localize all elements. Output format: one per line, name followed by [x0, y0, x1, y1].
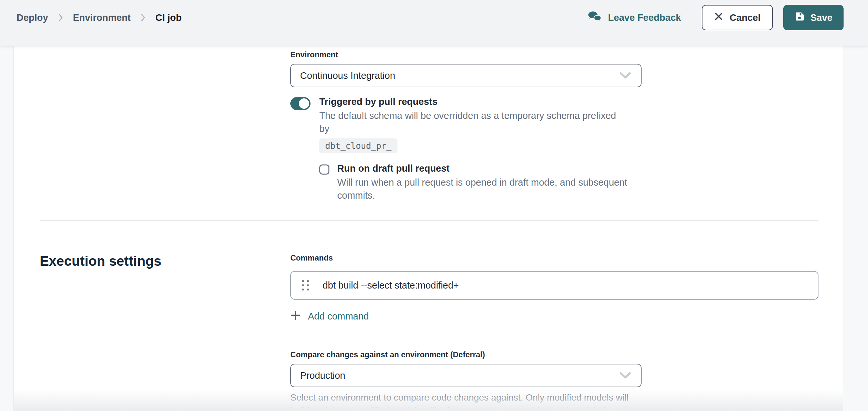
- header-bar: Deploy Environment CI job Leave Feedback…: [0, 0, 868, 45]
- deferral-help-text: Select an environment to compare code ch…: [290, 391, 642, 411]
- cancel-button[interactable]: Cancel: [702, 5, 773, 30]
- deferral-label: Compare changes against an environment (…: [290, 350, 818, 359]
- execution-settings-section: Execution settings Commands dbt build --…: [14, 221, 843, 411]
- draft-pr-content: Run on draft pull request Will run when …: [337, 163, 644, 202]
- draft-pr-title: Run on draft pull request: [337, 163, 644, 174]
- command-input-row[interactable]: dbt build --select state:modified+: [290, 271, 818, 299]
- environment-label: Environment: [290, 50, 843, 59]
- chevron-down-icon: [619, 72, 632, 80]
- cancel-label: Cancel: [730, 12, 761, 23]
- chevron-down-icon: [619, 372, 632, 379]
- save-button[interactable]: Save: [783, 5, 843, 30]
- chevron-right-icon: [58, 13, 63, 22]
- trigger-settings-section: Environment Continuous Integration Trigg…: [14, 45, 843, 202]
- breadcrumb-deploy[interactable]: Deploy: [17, 12, 48, 23]
- save-disk-icon: [794, 11, 805, 24]
- save-label: Save: [810, 12, 833, 23]
- drag-handle-icon[interactable]: [301, 278, 310, 292]
- header-actions: Leave Feedback Cancel Save: [588, 5, 843, 30]
- close-icon: [714, 12, 723, 23]
- execution-settings-heading: Execution settings: [40, 253, 290, 269]
- breadcrumb-ci-job: CI job: [155, 12, 182, 23]
- draft-pr-checkbox[interactable]: [319, 164, 330, 175]
- pr-trigger-row: Triggered by pull requests The default s…: [290, 96, 843, 202]
- add-command-button[interactable]: Add command: [290, 310, 369, 323]
- environment-select[interactable]: Continuous Integration: [290, 64, 642, 87]
- feedback-bubbles-icon: [588, 10, 602, 25]
- plus-icon: [290, 310, 301, 323]
- toggle-knob: [299, 98, 309, 109]
- deferral-select[interactable]: Production: [290, 364, 642, 387]
- pr-trigger-toggle[interactable]: [290, 97, 311, 110]
- command-value: dbt build --select state:modified+: [322, 280, 459, 291]
- schema-prefix-code: dbt_cloud_pr_: [319, 138, 398, 153]
- deferral-select-value: Production: [300, 370, 345, 381]
- pr-trigger-description: The default schema will be overridden as…: [319, 109, 626, 135]
- chevron-right-icon: [141, 13, 146, 22]
- commands-label: Commands: [290, 253, 818, 262]
- execution-settings-left: Execution settings: [40, 253, 290, 411]
- pr-trigger-title: Triggered by pull requests: [319, 96, 644, 107]
- draft-pr-description: Will run when a pull request is opened i…: [337, 176, 644, 202]
- draft-pr-row: Run on draft pull request Will run when …: [319, 163, 644, 202]
- breadcrumb: Deploy Environment CI job: [17, 12, 182, 23]
- execution-settings-fields: Commands dbt build --select state:modifi…: [290, 253, 818, 411]
- environment-select-value: Continuous Integration: [300, 70, 395, 81]
- pr-trigger-content: Triggered by pull requests The default s…: [319, 96, 644, 202]
- leave-feedback-label: Leave Feedback: [608, 12, 681, 23]
- add-command-label: Add command: [308, 311, 369, 322]
- leave-feedback-link[interactable]: Leave Feedback: [588, 10, 681, 25]
- job-settings-panel: Environment Continuous Integration Trigg…: [13, 45, 843, 411]
- breadcrumb-environment[interactable]: Environment: [73, 12, 131, 23]
